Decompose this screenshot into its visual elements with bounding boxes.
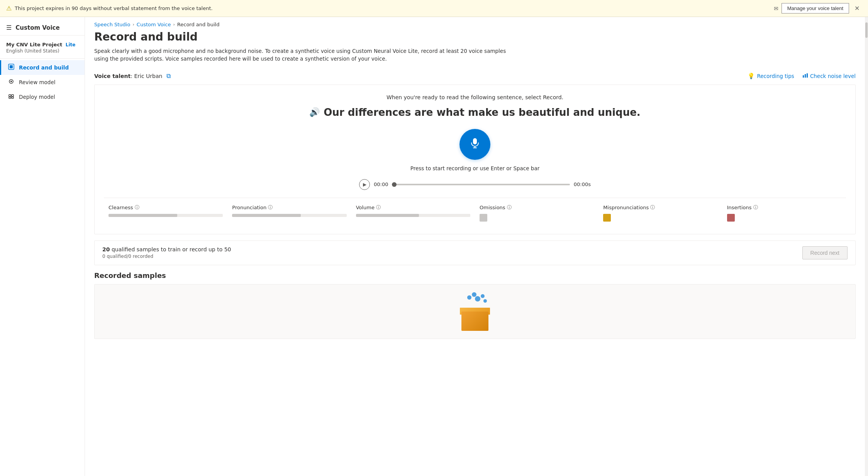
insertions-info-icon[interactable]: ⓘ: [753, 204, 758, 211]
page-title: Record and build: [94, 30, 856, 43]
current-time: 00:00: [374, 181, 388, 187]
omissions-label: Omissions ⓘ: [480, 204, 594, 211]
svg-rect-5: [12, 95, 14, 97]
recording-tips-link[interactable]: 💡 Recording tips: [748, 73, 794, 80]
warning-icon: ⚠: [6, 5, 12, 12]
microphone-icon: [469, 137, 481, 152]
breadcrumb-speech-studio[interactable]: Speech Studio: [94, 22, 130, 27]
breadcrumb: Speech Studio › Custom Voice › Record an…: [85, 17, 865, 30]
bubble-4: [483, 299, 487, 303]
insertions-label: Insertions ⓘ: [727, 204, 841, 211]
progress-track[interactable]: [392, 184, 570, 185]
deploy-icon: [7, 93, 15, 101]
app-body: ☰ Custom Voice My CNV Lite Project Lite …: [0, 17, 868, 476]
volume-info-icon[interactable]: ⓘ: [376, 204, 381, 211]
close-notification-button[interactable]: ✕: [852, 4, 862, 13]
manage-voice-button[interactable]: Manage your voice talent: [782, 3, 849, 14]
qualified-text: qualified samples: [112, 246, 159, 252]
bubble-3: [472, 292, 476, 297]
breadcrumb-current: Record and build: [177, 22, 220, 27]
pronunciation-bar: [232, 214, 346, 217]
metric-volume: Volume ⓘ: [351, 201, 475, 225]
recorded-section: Recorded samples: [85, 271, 865, 339]
sidebar-item-deploy[interactable]: Deploy model: [0, 90, 85, 104]
sidebar-title: Custom Voice: [15, 24, 59, 31]
sidebar-item-deploy-label: Deploy model: [19, 94, 55, 100]
mispronunciations-label: Mispronunciations ⓘ: [603, 204, 717, 211]
svg-rect-9: [805, 74, 806, 78]
record-button[interactable]: [459, 129, 490, 160]
metric-insertions: Insertions ⓘ: [722, 201, 846, 225]
play-button[interactable]: ▶: [359, 179, 370, 190]
breadcrumb-sep-1: ›: [132, 22, 134, 27]
sidebar: ☰ Custom Voice My CNV Lite Project Lite …: [0, 17, 85, 476]
bubble-1: [475, 296, 480, 302]
collapse-sidebar-button[interactable]: ☰: [6, 24, 12, 31]
metric-clearness: Clearness ⓘ: [104, 201, 227, 225]
pronunciation-label: Pronunciation ⓘ: [232, 204, 346, 211]
samples-bar: 20 qualified samples to train or record …: [94, 241, 856, 265]
metrics-row: Clearness ⓘ Pronunciation ⓘ: [104, 198, 846, 225]
recording-sentence: 🔊 Our differences are what make us beaut…: [104, 107, 846, 118]
mispronunciations-info-icon[interactable]: ⓘ: [650, 204, 655, 211]
sidebar-item-review-label: Review model: [19, 79, 56, 85]
progress-thumb: [392, 182, 397, 187]
clearness-bar: [108, 214, 223, 217]
volume-label: Volume ⓘ: [356, 204, 470, 211]
breadcrumb-custom-voice[interactable]: Custom Voice: [137, 22, 171, 27]
voice-talent-actions: 💡 Recording tips Check noise level: [748, 72, 856, 80]
sidebar-header: ☰ Custom Voice: [0, 20, 85, 36]
volume-bar: [356, 214, 470, 217]
clearness-bar-fill: [108, 214, 177, 217]
mic-hint-text: Press to start recording or use Enter or…: [410, 165, 539, 171]
metric-omissions: Omissions ⓘ: [475, 201, 598, 225]
record-next-button[interactable]: Record next: [802, 246, 848, 259]
recording-panel: When you're ready to read the following …: [94, 85, 856, 234]
empty-state: [94, 284, 856, 339]
svg-point-3: [10, 81, 12, 82]
page-header: Record and build Speak clearly with a go…: [85, 30, 865, 69]
voice-talent-key: Voice talent: [94, 73, 131, 79]
chart-icon: [802, 72, 808, 80]
insertions-indicator: [727, 214, 735, 222]
scrollbar-area: [865, 17, 868, 476]
svg-rect-8: [803, 75, 804, 78]
page-description: Speak clearly with a good microphone and…: [94, 47, 519, 63]
sidebar-item-review[interactable]: Review model: [0, 75, 85, 90]
speaker-icon[interactable]: 🔊: [309, 107, 320, 117]
total-duration: 00:00s: [574, 181, 591, 187]
email-icon: ✉: [774, 5, 778, 12]
pronunciation-bar-fill: [232, 214, 301, 217]
metric-mispronunciations: Mispronunciations ⓘ: [598, 201, 722, 225]
project-info: My CNV Lite Project Lite English (United…: [0, 39, 85, 59]
omissions-info-icon[interactable]: ⓘ: [507, 204, 512, 211]
box-body: [461, 312, 488, 331]
playback-bar: ▶ 00:00 00:00s: [359, 179, 591, 190]
recorded-samples-title: Recorded samples: [94, 271, 856, 280]
voice-talent-name: Eric Urban: [134, 73, 162, 79]
samples-count-text: 20 qualified samples to train or record …: [102, 246, 231, 252]
notification-bar: ⚠ This project expires in 90 days withou…: [0, 0, 868, 17]
scrollbar-thumb[interactable]: [865, 22, 868, 38]
breadcrumb-sep-2: ›: [173, 22, 175, 27]
notification-text: This project expires in 90 days without …: [15, 5, 769, 11]
sentence-text: Our differences are what make us beautif…: [324, 107, 641, 118]
lightbulb-icon: 💡: [748, 73, 755, 80]
sidebar-item-record[interactable]: Record and build: [0, 60, 85, 75]
samples-info: 20 qualified samples to train or record …: [102, 246, 231, 259]
svg-rect-1: [10, 65, 13, 68]
clearness-info-icon[interactable]: ⓘ: [135, 204, 139, 211]
volume-bar-fill: [356, 214, 419, 217]
svg-rect-11: [473, 138, 477, 144]
review-icon: [7, 78, 15, 86]
project-language: English (United States): [6, 48, 78, 54]
mic-button-container: Press to start recording or use Enter or…: [104, 129, 846, 171]
check-noise-link[interactable]: Check noise level: [802, 72, 856, 80]
record-icon: [7, 64, 15, 71]
pronunciation-info-icon[interactable]: ⓘ: [268, 204, 273, 211]
mispronunciations-indicator: [603, 214, 611, 222]
svg-rect-7: [12, 97, 14, 98]
empty-illustration: [456, 292, 494, 331]
bubble-5: [467, 295, 471, 300]
copy-icon[interactable]: ⧉: [166, 72, 171, 80]
